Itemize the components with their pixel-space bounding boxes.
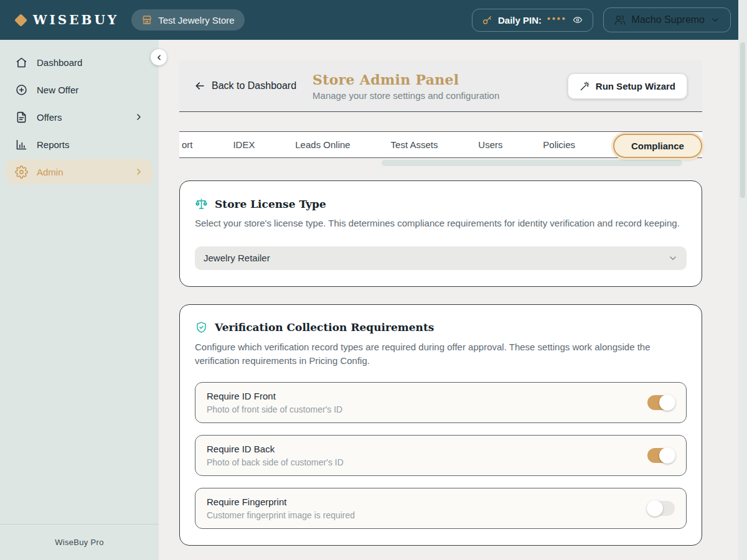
run-setup-wizard-button[interactable]: Run Setup Wizard bbox=[568, 73, 687, 99]
toggle-knob bbox=[659, 394, 675, 411]
tab-idex[interactable]: IDEX bbox=[230, 139, 257, 150]
toggle-knob bbox=[647, 500, 663, 516]
admin-tabs: ort IDEX Leads Online Test Assets Users … bbox=[179, 131, 702, 158]
wand-icon bbox=[580, 81, 590, 91]
toggle-label: Require Fingerprint bbox=[207, 497, 355, 507]
tab-ort[interactable]: ort bbox=[179, 139, 195, 150]
chevron-left-icon bbox=[155, 54, 163, 62]
toggle-label: Require ID Back bbox=[207, 444, 344, 454]
wizard-button-label: Run Setup Wizard bbox=[596, 81, 675, 91]
sidebar-item-label: New Offer bbox=[37, 85, 78, 95]
sidebar: Dashboard New Offer Offers bbox=[0, 40, 159, 560]
toggle-description: Photo of back side of customer's ID bbox=[207, 457, 344, 467]
sidebar-item-label: Dashboard bbox=[37, 57, 82, 68]
brand-logo: WISEBUY bbox=[16, 12, 119, 27]
toggle-description: Photo of front side of customer's ID bbox=[207, 404, 342, 414]
toggle-label: Require ID Front bbox=[207, 391, 342, 401]
card-title: Verification Collection Requirements bbox=[215, 321, 434, 334]
pin-dots: •••• bbox=[547, 14, 567, 24]
require-id-back-toggle[interactable] bbox=[647, 448, 675, 463]
sidebar-item-new-offer[interactable]: New Offer bbox=[6, 77, 153, 102]
back-to-dashboard-button[interactable]: Back to Dashboard bbox=[194, 80, 296, 91]
card-description: Select your store's license type. This d… bbox=[195, 217, 687, 230]
tab-users[interactable]: Users bbox=[476, 139, 505, 150]
sidebar-item-dashboard[interactable]: Dashboard bbox=[6, 50, 153, 75]
tab-test-assets[interactable]: Test Assets bbox=[388, 139, 441, 150]
sidebar-item-reports[interactable]: Reports bbox=[6, 132, 153, 157]
tabs-horizontal-scrollbar[interactable] bbox=[382, 160, 682, 166]
document-icon bbox=[15, 111, 28, 124]
chevron-right-icon bbox=[134, 167, 144, 177]
require-id-back-row: Require ID Back Photo of back side of cu… bbox=[195, 435, 687, 476]
card-description: Configure which verification record type… bbox=[195, 340, 687, 368]
top-bar: WISEBUY Test Jewelry Store Daily PIN: ••… bbox=[0, 0, 747, 40]
tab-compliance[interactable]: Compliance bbox=[613, 134, 702, 158]
sidebar-item-label: Reports bbox=[37, 139, 70, 150]
toggle-knob bbox=[659, 447, 675, 464]
sidebar-collapse-button[interactable] bbox=[151, 49, 167, 65]
toggle-description: Customer fingerprint image is required bbox=[207, 510, 355, 520]
store-icon bbox=[141, 14, 153, 26]
arrow-left-icon bbox=[194, 80, 205, 91]
store-badge-label: Test Jewelry Store bbox=[158, 15, 235, 26]
home-icon bbox=[15, 56, 28, 69]
sidebar-item-label: Offers bbox=[37, 112, 62, 123]
key-icon bbox=[482, 15, 492, 25]
chevron-right-icon bbox=[134, 112, 144, 122]
users-icon bbox=[614, 14, 626, 26]
plus-circle-icon bbox=[15, 83, 28, 96]
require-id-front-toggle[interactable] bbox=[647, 395, 675, 410]
back-button-label: Back to Dashboard bbox=[212, 80, 296, 91]
card-title: Store License Type bbox=[215, 198, 326, 210]
sidebar-item-admin[interactable]: Admin bbox=[6, 159, 153, 184]
main-content: Back to Dashboard Store Admin Panel Mana… bbox=[159, 40, 738, 560]
eye-icon[interactable] bbox=[573, 15, 583, 25]
tab-leads-online[interactable]: Leads Online bbox=[293, 139, 352, 150]
scales-icon bbox=[195, 197, 208, 210]
scrollbar-thumb[interactable] bbox=[740, 42, 745, 198]
shield-check-icon bbox=[195, 321, 208, 334]
diamond-icon bbox=[14, 13, 27, 26]
user-menu[interactable]: Macho Supremo bbox=[603, 7, 731, 32]
store-license-type-card: Store License Type Select your store's l… bbox=[179, 180, 702, 287]
require-fingerprint-toggle[interactable] bbox=[647, 501, 675, 516]
user-name: Macho Supremo bbox=[632, 14, 705, 26]
chevron-down-icon bbox=[668, 253, 678, 263]
require-id-front-row: Require ID Front Photo of front side of … bbox=[195, 382, 687, 423]
tab-policies[interactable]: Policies bbox=[540, 139, 578, 150]
store-badge[interactable]: Test Jewelry Store bbox=[131, 9, 245, 30]
admin-header-panel: Back to Dashboard Store Admin Panel Mana… bbox=[179, 60, 702, 112]
page-title: Store Admin Panel bbox=[312, 72, 499, 88]
daily-pin-pill[interactable]: Daily PIN: •••• bbox=[472, 9, 593, 32]
select-value: Jewelry Retailer bbox=[204, 253, 270, 263]
bar-chart-icon bbox=[15, 138, 28, 151]
chevron-down-icon bbox=[710, 15, 720, 25]
brand-name: WISEBUY bbox=[33, 12, 119, 27]
require-fingerprint-row: Require Fingerprint Customer fingerprint… bbox=[195, 488, 687, 529]
vertical-scrollbar[interactable] bbox=[738, 0, 747, 560]
sidebar-item-label: Admin bbox=[37, 167, 63, 177]
sidebar-item-offers[interactable]: Offers bbox=[6, 105, 153, 129]
license-type-select[interactable]: Jewelry Retailer bbox=[195, 246, 687, 270]
daily-pin-label: Daily PIN: bbox=[498, 15, 542, 26]
verification-requirements-card: Verification Collection Requirements Con… bbox=[179, 304, 702, 546]
sidebar-footer: WiseBuy Pro bbox=[0, 524, 159, 560]
gear-icon bbox=[15, 166, 28, 179]
page-subtitle: Manage your store settings and configura… bbox=[312, 90, 499, 101]
